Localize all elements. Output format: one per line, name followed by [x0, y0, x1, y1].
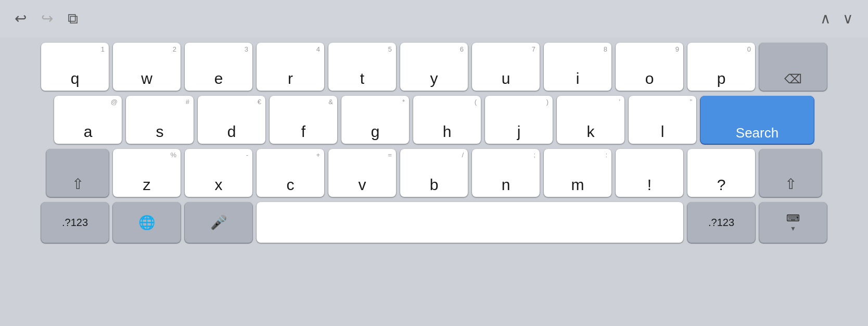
- key-r[interactable]: 4 r: [257, 43, 324, 91]
- key-w-number: 2: [173, 46, 176, 53]
- key-a[interactable]: @ a: [54, 96, 122, 144]
- key-q[interactable]: 1 q: [41, 43, 109, 91]
- key-w[interactable]: 2 w: [113, 43, 181, 91]
- key-f-letter: f: [301, 124, 305, 140]
- key-row-4: .?123 🌐 🎤 .?123 ⌨ ▼: [3, 202, 865, 243]
- key-u[interactable]: 7 u: [472, 43, 540, 91]
- key-k-letter: k: [587, 124, 595, 140]
- key-question[interactable]: ?: [687, 149, 755, 197]
- key-dismiss[interactable]: ⌨ ▼: [759, 202, 827, 243]
- keyboard-dismiss-icon: ⌨: [786, 212, 800, 224]
- key-p-number: 0: [747, 46, 751, 53]
- key-o-number: 9: [675, 46, 679, 53]
- key-k-symbol: ': [619, 98, 620, 105]
- key-exclaim-letter: !: [647, 177, 652, 193]
- key-a-symbol: @: [111, 98, 118, 105]
- key-u-letter: u: [502, 71, 510, 86]
- key-m-letter: m: [571, 177, 584, 193]
- key-mic[interactable]: 🎤: [185, 202, 252, 243]
- key-v[interactable]: = v: [328, 149, 396, 197]
- key-punct-right[interactable]: .?123: [687, 202, 755, 243]
- next-button[interactable]: ∨: [840, 9, 856, 28]
- key-e-letter: e: [214, 71, 223, 86]
- key-j[interactable]: ) j: [485, 96, 553, 144]
- key-g[interactable]: * g: [341, 96, 409, 144]
- key-punct-left[interactable]: .?123: [41, 202, 109, 243]
- key-l[interactable]: " l: [629, 96, 696, 144]
- mic-icon: 🎤: [210, 215, 227, 231]
- toolbar-left: ↩ ↪ ⧉: [12, 9, 80, 28]
- key-search[interactable]: Search: [700, 96, 814, 144]
- shift-right-icon: ⇧: [785, 175, 797, 193]
- key-backspace[interactable]: ⌫: [759, 43, 827, 91]
- key-space[interactable]: [257, 202, 683, 243]
- key-o[interactable]: 9 o: [616, 43, 683, 91]
- key-punct-left-label: .?123: [62, 217, 88, 229]
- key-y-number: 6: [460, 46, 464, 53]
- key-d-letter: d: [227, 124, 236, 140]
- key-i-letter: i: [576, 71, 580, 86]
- key-b[interactable]: / b: [400, 149, 468, 197]
- key-shift-left[interactable]: ⇧: [46, 149, 109, 197]
- key-i-number: 8: [604, 46, 607, 53]
- paste-button[interactable]: ⧉: [66, 9, 80, 28]
- key-g-symbol: *: [402, 98, 405, 105]
- key-c-letter: c: [287, 177, 295, 193]
- undo-button[interactable]: ↩: [12, 9, 29, 28]
- keyboard: 1 q 2 w 3 e 4 r 5 t 6 y 7 u 8 i: [0, 37, 868, 326]
- key-y[interactable]: 6 y: [400, 43, 468, 91]
- key-h[interactable]: ( h: [413, 96, 481, 144]
- key-p-letter: p: [717, 71, 726, 86]
- key-c[interactable]: + c: [257, 149, 324, 197]
- key-exclaim[interactable]: !: [616, 149, 683, 197]
- key-x[interactable]: - x: [185, 149, 252, 197]
- key-search-label: Search: [736, 126, 778, 140]
- key-z-letter: z: [143, 177, 151, 193]
- key-row-2: @ a # s € d & f * g ( h ) j ' k: [3, 96, 865, 144]
- key-row-3: ⇧ % z - x + c = v / b ; n : m: [3, 149, 865, 197]
- key-shift-right[interactable]: ⇧: [759, 149, 822, 197]
- key-f[interactable]: & f: [270, 96, 337, 144]
- key-g-letter: g: [371, 124, 380, 140]
- toolbar-right: ∧ ∨: [818, 9, 856, 28]
- key-b-letter: b: [430, 177, 439, 193]
- key-q-number: 1: [101, 46, 105, 53]
- key-n[interactable]: ; n: [472, 149, 540, 197]
- key-p[interactable]: 0 p: [687, 43, 755, 91]
- key-t[interactable]: 5 t: [328, 43, 396, 91]
- key-y-letter: y: [430, 71, 438, 86]
- dismiss-arrow: ▼: [790, 225, 796, 232]
- key-t-letter: t: [360, 71, 364, 86]
- key-i[interactable]: 8 i: [544, 43, 611, 91]
- key-m-symbol: :: [605, 152, 607, 158]
- key-e[interactable]: 3 e: [185, 43, 252, 91]
- key-h-letter: h: [443, 124, 452, 140]
- key-l-letter: l: [661, 124, 665, 140]
- key-v-letter: v: [359, 177, 366, 193]
- key-globe[interactable]: 🌐: [113, 202, 181, 243]
- shift-left-icon: ⇧: [72, 175, 84, 193]
- key-v-symbol: =: [388, 152, 392, 158]
- key-d-symbol: €: [258, 98, 261, 105]
- key-c-symbol: +: [316, 152, 320, 158]
- key-z[interactable]: % z: [113, 149, 181, 197]
- prev-button[interactable]: ∧: [818, 9, 833, 28]
- redo-button[interactable]: ↪: [39, 9, 55, 28]
- key-q-letter: q: [71, 71, 80, 86]
- key-w-letter: w: [141, 71, 152, 86]
- key-n-letter: n: [502, 177, 510, 193]
- key-h-symbol: (: [475, 98, 477, 105]
- key-t-number: 5: [388, 46, 392, 53]
- key-m[interactable]: : m: [544, 149, 611, 197]
- key-j-symbol: ): [546, 98, 548, 105]
- key-z-symbol: %: [170, 152, 176, 158]
- key-s-symbol: #: [186, 98, 189, 105]
- key-d[interactable]: € d: [198, 96, 265, 144]
- key-punct-right-label: .?123: [708, 217, 734, 229]
- key-k[interactable]: ' k: [557, 96, 624, 144]
- key-question-letter: ?: [717, 177, 726, 193]
- key-r-number: 4: [316, 46, 320, 53]
- key-s[interactable]: # s: [126, 96, 194, 144]
- key-e-number: 3: [245, 46, 248, 53]
- key-a-letter: a: [84, 124, 93, 140]
